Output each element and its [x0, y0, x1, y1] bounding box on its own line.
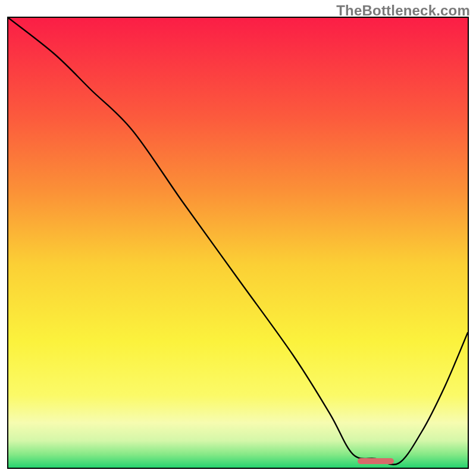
chart-frame: [7, 17, 469, 469]
optimal-range-marker: [358, 458, 394, 464]
chart-foreground: [8, 18, 468, 468]
watermark-text: TheBottleneck.com: [336, 2, 470, 19]
bottleneck-curve-path: [8, 18, 468, 465]
chart-stage: TheBottleneck.com: [0, 0, 476, 476]
